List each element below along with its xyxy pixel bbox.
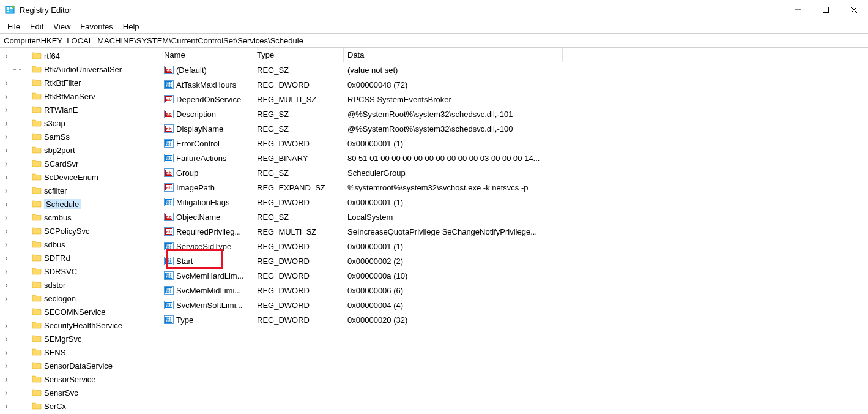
value-row[interactable]: StartREG_DWORD0x00000002 (2) <box>160 254 868 268</box>
tree-item-securityhealthservice[interactable]: SecurityHealthService <box>0 318 160 332</box>
value-row[interactable]: RequiredPrivileg...REG_MULTI_SZSeIncreas… <box>160 224 868 239</box>
tree-item-label: rtf64 <box>44 51 60 61</box>
value-row[interactable]: MitigationFlagsREG_DWORD0x00000001 (1) <box>160 195 868 209</box>
value-row[interactable]: ImagePathREG_EXPAND_SZ%systemroot%\syste… <box>160 180 868 195</box>
column-data[interactable]: Data <box>344 48 563 62</box>
svg-rect-7 <box>823 7 829 13</box>
binary-value-icon <box>164 241 174 251</box>
string-value-icon <box>164 168 174 178</box>
value-name-cell: SvcMemMidLimi... <box>160 285 253 295</box>
tree-item-rtf64[interactable]: rtf64 <box>0 49 160 62</box>
tree-item-scmbus[interactable]: scmbus <box>0 211 160 224</box>
maximize-button[interactable] <box>812 0 840 20</box>
value-row[interactable]: FailureActionsREG_BINARY80 51 01 00 00 0… <box>160 151 868 165</box>
menu-favorites[interactable]: Favorites <box>75 21 117 32</box>
value-row[interactable]: SvcMemMidLimi...REG_DWORD0x00000006 (6) <box>160 283 868 298</box>
string-value-icon <box>164 124 174 134</box>
value-name: DisplayName <box>176 124 223 134</box>
tree-item-sensordataservice[interactable]: SensorDataService <box>0 359 160 372</box>
value-row[interactable]: SvcMemSoftLimi...REG_DWORD0x00000004 (4) <box>160 298 868 312</box>
value-name: Start <box>176 257 193 266</box>
menu-view[interactable]: View <box>48 21 75 32</box>
tree-item-label: sdstor <box>44 280 65 290</box>
value-data: 0x0000000a (10) <box>344 271 563 280</box>
value-data: 0x00000020 (32) <box>344 315 563 325</box>
folder-icon <box>32 105 42 115</box>
value-name-cell: ImagePath <box>160 183 253 192</box>
tree-item-sdbus[interactable]: sdbus <box>0 238 160 251</box>
value-row[interactable]: ServiceSidTypeREG_DWORD0x00000001 (1) <box>160 239 868 254</box>
tree-item-sdfrd[interactable]: SDFRd <box>0 251 160 265</box>
tree-item-sensrsvc[interactable]: SensrSvc <box>0 386 160 399</box>
value-name: SvcMemSoftLimi... <box>176 301 242 310</box>
folder-icon <box>32 91 42 101</box>
tree-panel[interactable]: rtf64RtkAudioUniversalSerRtkBtFilterRtkB… <box>0 48 160 414</box>
tree-item-rtkaudiouniversalser[interactable]: RtkAudioUniversalSer <box>0 62 160 76</box>
addressbar[interactable]: Computer\HKEY_LOCAL_MACHINE\SYSTEM\Curre… <box>0 33 868 48</box>
tree-item-scpolicysvc[interactable]: SCPolicySvc <box>0 224 160 238</box>
menu-file[interactable]: File <box>2 21 25 32</box>
list-body: (Default)REG_SZ(value not set)AtTaskMaxH… <box>160 62 868 327</box>
column-name[interactable]: Name <box>160 48 253 62</box>
tree-item-semgrsvc[interactable]: SEMgrSvc <box>0 332 160 345</box>
binary-value-icon <box>164 285 174 295</box>
tree-item-sdstor[interactable]: sdstor <box>0 278 160 292</box>
value-row[interactable]: ErrorControlREG_DWORD0x00000001 (1) <box>160 136 868 151</box>
tree-item-schedule[interactable]: Schedule <box>0 197 160 211</box>
value-row[interactable]: SvcMemHardLim...REG_DWORD0x0000000a (10) <box>160 268 868 283</box>
minimize-button[interactable] <box>784 0 812 20</box>
list-panel[interactable]: Name Type Data (Default)REG_SZ(value not… <box>160 48 868 414</box>
folder-icon <box>32 159 42 168</box>
value-name: AtTaskMaxHours <box>176 80 236 89</box>
tree-item-s3cap[interactable]: s3cap <box>0 116 160 130</box>
folder-icon <box>32 145 42 155</box>
tree-item-sbp2port[interactable]: sbp2port <box>0 143 160 157</box>
value-row[interactable]: GroupREG_SZSchedulerGroup <box>160 165 868 180</box>
value-row[interactable]: AtTaskMaxHoursREG_DWORD0x00000048 (72) <box>160 77 868 92</box>
value-data: 0x00000048 (72) <box>344 80 563 89</box>
tree-item-label: SECOMNService <box>44 307 105 317</box>
value-name-cell: SvcMemSoftLimi... <box>160 300 253 310</box>
value-row[interactable]: ObjectNameREG_SZLocalSystem <box>160 209 868 224</box>
tree-item-seclogon[interactable]: seclogon <box>0 292 160 305</box>
value-type: REG_DWORD <box>253 80 344 89</box>
menu-help[interactable]: Help <box>118 21 144 32</box>
tree-item-label: seclogon <box>44 294 76 303</box>
tree-item-scfilter[interactable]: scfilter <box>0 184 160 197</box>
tree-item-scardsvr[interactable]: SCardSvr <box>0 157 160 170</box>
close-button[interactable] <box>840 0 868 20</box>
string-value-icon <box>164 94 174 104</box>
value-name: DependOnService <box>176 95 241 104</box>
tree-item-label: SensrSvc <box>44 388 78 397</box>
folder-icon <box>32 361 42 371</box>
value-data: 0x00000001 (1) <box>344 139 563 148</box>
list-header: Name Type Data <box>160 48 868 62</box>
tree-item-secomnservice[interactable]: SECOMNService <box>0 305 160 318</box>
menu-edit[interactable]: Edit <box>25 21 48 32</box>
tree-item-samss[interactable]: SamSs <box>0 130 160 143</box>
svg-rect-2 <box>7 9 9 10</box>
tree-item-rtkbtmanserv[interactable]: RtkBtManServ <box>0 89 160 103</box>
tree-item-sdrsvc[interactable]: SDRSVC <box>0 265 160 278</box>
value-row[interactable]: (Default)REG_SZ(value not set) <box>160 62 868 77</box>
value-row[interactable]: DisplayNameREG_SZ@%SystemRoot%\system32\… <box>160 121 868 136</box>
tree-item-scdeviceenum[interactable]: ScDeviceEnum <box>0 170 160 184</box>
tree-item-rtkbtfilter[interactable]: RtkBtFilter <box>0 76 160 89</box>
binary-value-icon <box>164 315 174 325</box>
folder-icon <box>32 186 42 195</box>
tree-item-sercx[interactable]: SerCx <box>0 399 160 413</box>
value-row[interactable]: DescriptionREG_SZ@%SystemRoot%\system32\… <box>160 107 868 121</box>
value-data: @%SystemRoot%\system32\schedsvc.dll,-101 <box>344 110 563 119</box>
tree-item-label: RtkAudioUniversalSer <box>44 65 122 74</box>
tree-item-rtwlane[interactable]: RTWlanE <box>0 103 160 116</box>
value-data: %systemroot%\system32\svchost.exe -k net… <box>344 183 563 192</box>
tree-item-sens[interactable]: SENS <box>0 345 160 359</box>
tree-item-sensorservice[interactable]: SensorService <box>0 372 160 386</box>
folder-icon <box>32 334 42 344</box>
column-type[interactable]: Type <box>253 48 344 62</box>
menubar: File Edit View Favorites Help <box>0 20 868 33</box>
value-row[interactable]: TypeREG_DWORD0x00000020 (32) <box>160 312 868 327</box>
value-name-cell: ServiceSidType <box>160 241 253 251</box>
tree-item-label: SensorDataService <box>44 361 113 371</box>
value-row[interactable]: DependOnServiceREG_MULTI_SZRPCSS SystemE… <box>160 92 868 107</box>
